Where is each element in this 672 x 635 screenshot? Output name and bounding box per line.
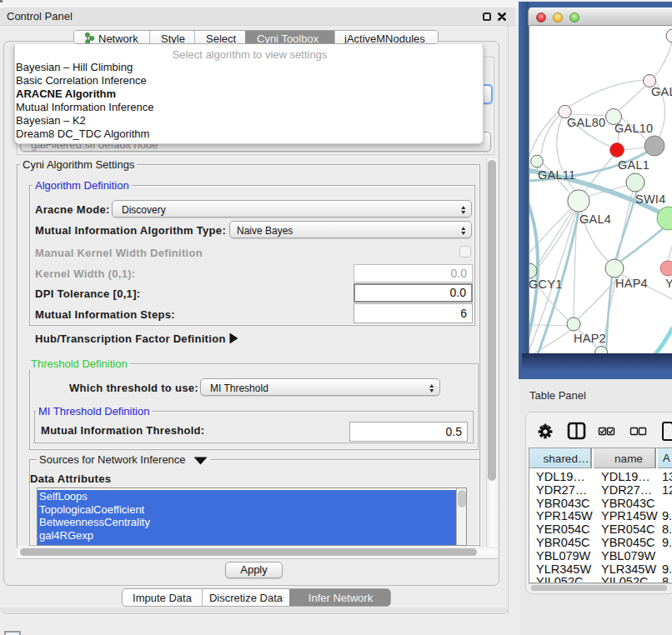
- svg-text:GAL2: GAL2: [651, 85, 672, 98]
- svg-text:GAL80: GAL80: [567, 116, 605, 129]
- svg-text:YM: YM: [665, 277, 672, 290]
- svg-text:GCY1: GCY1: [529, 278, 563, 291]
- svg-text:HAP2: HAP2: [574, 332, 606, 345]
- svg-text:GAL11: GAL11: [538, 168, 575, 182]
- svg-text:GAL4: GAL4: [579, 212, 611, 226]
- svg-text:GAL1: GAL1: [618, 158, 649, 172]
- svg-text:HAP4: HAP4: [615, 277, 648, 290]
- svg-text:GAL10: GAL10: [614, 122, 653, 135]
- svg-text:SWI4: SWI4: [635, 192, 665, 206]
